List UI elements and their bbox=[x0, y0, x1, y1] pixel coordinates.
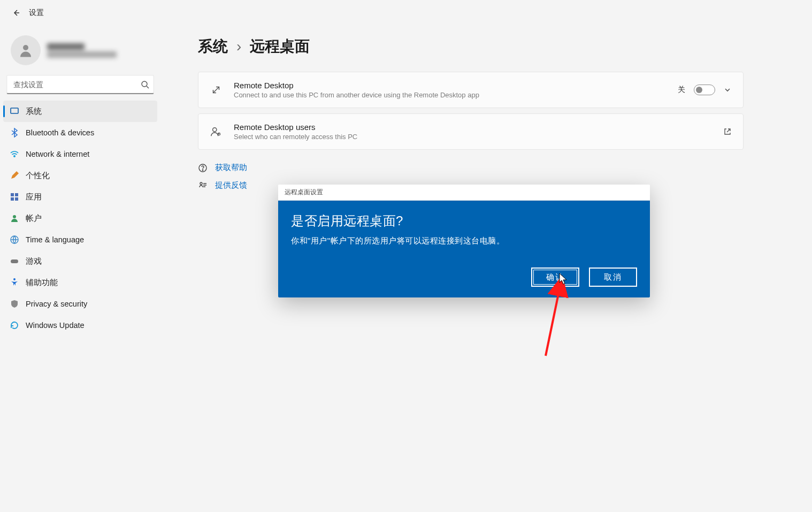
nav-label: 辅助功能 bbox=[26, 278, 58, 288]
nav-item-gaming[interactable]: 游戏 bbox=[3, 250, 157, 272]
nav-label: 系统 bbox=[26, 106, 42, 117]
svg-point-17 bbox=[200, 182, 202, 185]
nav-item-system[interactable]: 系统 bbox=[3, 101, 157, 122]
settings-window: 设置 系统 bbox=[0, 0, 812, 512]
confirm-button[interactable]: 确认 bbox=[531, 268, 579, 287]
users-icon bbox=[210, 126, 222, 137]
dialog-buttons: 确认 取消 bbox=[291, 268, 637, 287]
nav-label: Time & language bbox=[26, 235, 84, 244]
card-remote-desktop[interactable]: Remote Desktop Connect to and use this P… bbox=[198, 72, 744, 108]
svg-rect-3 bbox=[11, 108, 18, 113]
app-title: 设置 bbox=[29, 8, 44, 18]
user-profile[interactable] bbox=[0, 31, 160, 75]
remote-desktop-icon bbox=[210, 84, 222, 96]
remote-desktop-confirm-dialog: 远程桌面设置 是否启用远程桌面? 你和"用户"帐户下的所选用户将可以远程连接到这… bbox=[278, 185, 650, 297]
card-title: Remote Desktop users bbox=[234, 123, 712, 132]
card-remote-desktop-users[interactable]: Remote Desktop users Select who can remo… bbox=[198, 113, 744, 150]
svg-rect-5 bbox=[11, 193, 14, 196]
title-bar: 设置 bbox=[0, 0, 44, 26]
search-input[interactable] bbox=[12, 80, 141, 89]
nav-item-windows-update[interactable]: Windows Update bbox=[3, 315, 157, 336]
cancel-button[interactable]: 取消 bbox=[589, 268, 637, 287]
nav-list: 系统 Bluetooth & devices Network & interne… bbox=[0, 101, 160, 336]
dialog-window-title: 远程桌面设置 bbox=[285, 188, 323, 197]
nav-label: 个性化 bbox=[26, 171, 50, 181]
update-icon bbox=[10, 320, 19, 330]
dialog-message: 你和"用户"帐户下的所选用户将可以远程连接到这台电脑。 bbox=[291, 236, 637, 246]
link-label: 获取帮助 bbox=[215, 163, 247, 173]
nav-label: 帐户 bbox=[26, 213, 42, 224]
sidebar: 系统 Bluetooth & devices Network & interne… bbox=[0, 26, 160, 336]
svg-point-1 bbox=[142, 81, 147, 87]
accessibility-icon bbox=[10, 278, 19, 287]
nav-item-privacy[interactable]: Privacy & security bbox=[3, 293, 157, 315]
remote-desktop-toggle[interactable] bbox=[694, 85, 715, 95]
svg-point-12 bbox=[13, 278, 16, 280]
toggle-state-label: 关 bbox=[678, 85, 685, 95]
dialog-body: 是否启用远程桌面? 你和"用户"帐户下的所选用户将可以远程连接到这台电脑。 确认… bbox=[278, 201, 650, 297]
feedback-icon bbox=[198, 181, 208, 190]
pencil-icon bbox=[10, 171, 19, 180]
help-icon bbox=[198, 163, 208, 173]
person-icon bbox=[18, 42, 34, 58]
svg-rect-8 bbox=[15, 197, 18, 201]
breadcrumb: 系统 › 远程桌面 bbox=[198, 36, 812, 57]
dialog-heading: 是否启用远程桌面? bbox=[291, 212, 637, 230]
bluetooth-icon bbox=[10, 128, 19, 137]
svg-rect-11 bbox=[11, 259, 18, 263]
shield-icon bbox=[10, 299, 19, 309]
svg-point-4 bbox=[14, 156, 15, 157]
gamepad-icon bbox=[10, 256, 19, 266]
nav-label: Network & internet bbox=[26, 150, 89, 158]
svg-rect-7 bbox=[11, 197, 14, 201]
nav-label: 游戏 bbox=[26, 256, 42, 266]
breadcrumb-parent[interactable]: 系统 bbox=[198, 36, 228, 57]
apps-icon bbox=[10, 192, 19, 202]
card-subtitle: Connect to and use this PC from another … bbox=[234, 91, 666, 99]
nav-label: Bluetooth & devices bbox=[26, 128, 94, 137]
nav-item-apps[interactable]: 应用 bbox=[3, 186, 157, 208]
breadcrumb-separator-icon: › bbox=[236, 38, 241, 55]
system-icon bbox=[10, 106, 19, 116]
person-icon bbox=[10, 213, 19, 223]
avatar bbox=[11, 35, 41, 65]
nav-label: Privacy & security bbox=[26, 300, 87, 308]
dialog-title-bar: 远程桌面设置 bbox=[278, 185, 650, 201]
nav-item-accounts[interactable]: 帐户 bbox=[3, 208, 157, 229]
nav-item-bluetooth[interactable]: Bluetooth & devices bbox=[3, 122, 157, 143]
back-arrow-icon bbox=[12, 9, 20, 17]
open-external-icon bbox=[724, 128, 731, 135]
nav-item-network[interactable]: Network & internet bbox=[3, 143, 157, 165]
search-icon bbox=[141, 80, 149, 89]
nav-item-accessibility[interactable]: 辅助功能 bbox=[3, 272, 157, 293]
back-button[interactable] bbox=[6, 3, 26, 22]
nav-label: 应用 bbox=[26, 192, 42, 202]
link-label: 提供反馈 bbox=[215, 180, 247, 190]
user-name-blurred bbox=[47, 43, 117, 58]
card-title: Remote Desktop bbox=[234, 81, 666, 90]
svg-point-13 bbox=[213, 128, 217, 132]
nav-item-personalization[interactable]: 个性化 bbox=[3, 165, 157, 186]
svg-point-9 bbox=[13, 215, 16, 218]
get-help-link[interactable]: 获取帮助 bbox=[198, 163, 812, 173]
chevron-down-icon[interactable] bbox=[724, 86, 731, 94]
svg-point-16 bbox=[202, 170, 203, 170]
svg-line-2 bbox=[147, 86, 149, 88]
card-subtitle: Select who can remotely access this PC bbox=[234, 133, 712, 141]
nav-label: Windows Update bbox=[26, 321, 85, 330]
globe-icon bbox=[10, 235, 19, 244]
svg-point-14 bbox=[218, 133, 221, 136]
svg-point-0 bbox=[23, 45, 28, 50]
breadcrumb-current: 远程桌面 bbox=[250, 36, 310, 57]
nav-item-time-language[interactable]: Time & language bbox=[3, 229, 157, 250]
svg-rect-6 bbox=[15, 193, 18, 196]
wifi-icon bbox=[10, 149, 19, 159]
search-box[interactable] bbox=[6, 75, 154, 94]
